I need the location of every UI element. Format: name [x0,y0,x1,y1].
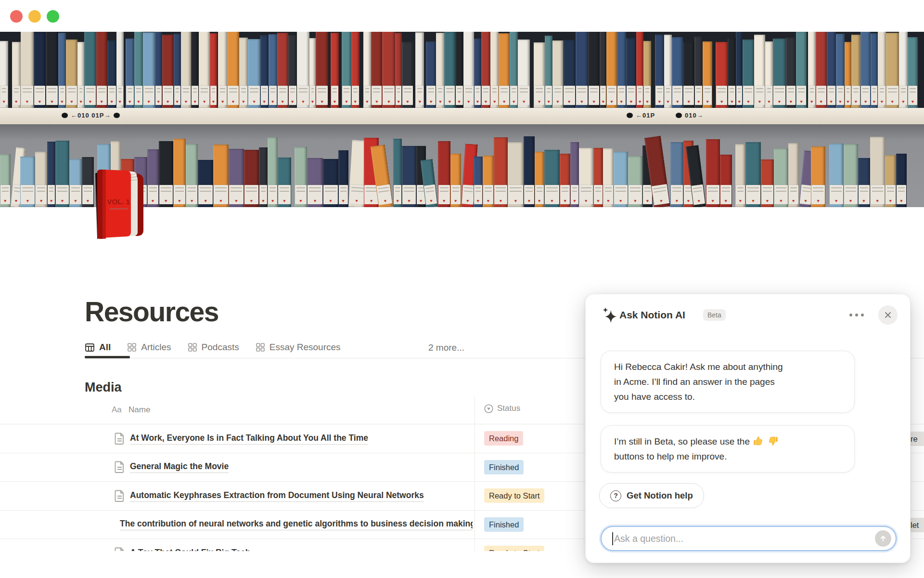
status-cell[interactable]: Ready to Start [484,539,544,551]
book-spine [307,158,323,207]
call-number-sticker [436,86,444,105]
book-spine [535,152,544,207]
page-link[interactable]: General Magic the Movie [130,461,229,473]
book-spine [576,32,589,108]
call-number-sticker [424,184,437,205]
ai-panel-header: Ask Notion AI Beta [586,294,910,337]
status-badge[interactable]: Reading [484,431,523,446]
book-spine [643,41,651,108]
book-spine [288,35,297,108]
book-spine [829,144,844,207]
call-number-sticker [830,185,843,204]
column-header-status[interactable]: Status [484,404,520,413]
book-spine [20,157,35,207]
name-cell[interactable]: Automatic Keyphrases Extraction from Doc… [115,482,473,510]
gallery-view-icon [256,342,265,352]
book-spine [672,37,683,108]
call-number-sticker [66,86,77,105]
book-spine [490,32,499,108]
call-number-sticker [349,184,365,205]
call-number-sticker [240,86,247,105]
page-title[interactable]: Resources [85,296,218,328]
page-link[interactable]: The contribution of neural networks and … [120,518,473,530]
status-badge[interactable]: Finished [484,460,524,474]
status-cell[interactable]: Finished [484,511,524,539]
book-spine [499,33,510,108]
close-window-button[interactable] [10,10,23,23]
call-number-sticker [261,86,268,105]
call-number-sticker [192,86,198,105]
book-spine [808,32,816,108]
page-link[interactable]: Automatic Keyphrases Extraction from Doc… [130,490,424,502]
tab-essay-resources[interactable]: Essay Resources [256,342,341,353]
book-spine [664,35,672,108]
page-icon-red-book-emoji[interactable]: VOL. 1 [90,169,147,240]
call-number-sticker [186,185,198,204]
svg-text:VOL. 1: VOL. 1 [107,197,130,206]
call-number-sticker [643,185,652,204]
call-number-sticker [148,185,158,204]
status-cell[interactable]: Finished [484,453,524,482]
title-property-icon: Aa [112,405,122,415]
name-cell[interactable]: General Magic the Movie [115,453,473,482]
book-spine [323,159,338,207]
status-badge[interactable]: Finished [484,517,524,532]
gallery-view-icon [127,342,137,352]
page-link[interactable]: A Toy That Could Fix Big Tech [130,547,251,551]
book-spine [34,32,46,108]
shelf-call-label: 010→ [676,112,704,119]
call-number-sticker [13,86,20,105]
shelf-call-label: ←010 01P→ [62,112,120,119]
call-number-sticker [553,86,562,105]
status-cell[interactable]: Reading [484,424,523,453]
book-spine [186,144,198,207]
status-cell[interactable]: Ready to Start [484,482,544,510]
call-number-sticker [603,185,613,204]
send-question-button[interactable] [875,530,891,547]
minimize-window-button[interactable] [28,10,41,23]
book-spine [845,42,851,108]
column-header-name[interactable]: Name [128,405,150,415]
book-spine [174,34,181,108]
book-spine [844,144,858,208]
ask-question-input[interactable] [613,533,875,544]
call-number-sticker [491,86,498,105]
book-spine [508,142,524,207]
name-cell[interactable]: The contribution of neural networks and … [115,511,473,539]
get-notion-help-button[interactable]: Get Notion help [599,483,704,508]
book-spine [899,32,908,108]
call-number-sticker [339,185,348,204]
book-spine [836,34,845,108]
book-spine [728,38,736,108]
book-spine [544,150,560,207]
book-spine [116,32,124,108]
call-number-sticker [899,86,907,105]
name-cell[interactable]: At Work, Everyone Is in Fact Talking Abo… [115,424,473,453]
call-number-sticker [97,86,107,105]
shelf-dot [114,113,120,118]
status-badge[interactable]: Ready to Start [484,488,544,503]
book-spine [55,141,69,207]
call-number-sticker [614,185,628,204]
more-options-button[interactable] [849,314,864,316]
call-number-sticker [524,185,534,204]
tab-all[interactable]: All [85,342,111,353]
tabs-more-button[interactable]: 2 more... [428,342,464,353]
tab-articles[interactable]: Articles [127,342,171,353]
call-number-sticker [210,86,217,105]
ai-message-line: you have access to. [614,389,841,404]
call-number-sticker [836,86,844,105]
name-cell[interactable]: A Toy That Could Fix Big Tech [115,539,473,551]
book-spine [181,32,191,108]
zoom-window-button[interactable] [47,10,59,23]
ai-message-line: in Acme. I’ll find an answer in the page… [614,374,841,389]
status-badge[interactable]: Ready to Start [484,546,544,551]
tab-podcasts[interactable]: Podcasts [188,342,239,353]
book-spine [338,150,348,207]
book-spine [309,38,316,108]
call-number-sticker [786,86,796,105]
book-spine [703,41,712,108]
close-panel-button[interactable] [878,305,898,325]
book-spine [870,137,885,207]
page-link[interactable]: At Work, Everyone Is in Fact Talking Abo… [130,433,368,445]
